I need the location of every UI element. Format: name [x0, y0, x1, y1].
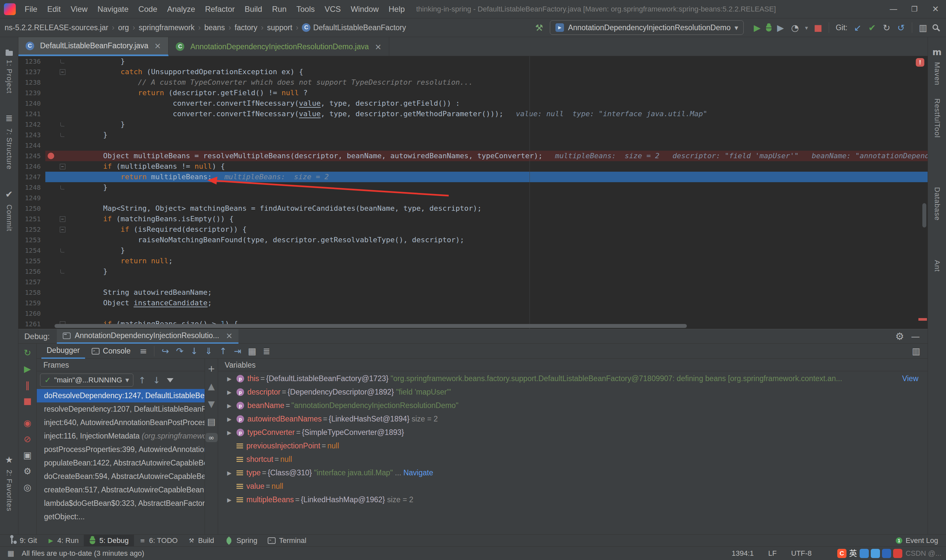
expand-arrow-icon[interactable]: ▶ — [225, 429, 233, 436]
breadcrumb-item-support[interactable]: support — [267, 23, 292, 32]
commit-icon[interactable]: ✔ — [866, 22, 878, 34]
menu-build[interactable]: Build — [240, 0, 267, 18]
menu-file[interactable]: File — [20, 0, 42, 18]
breadcrumb-item-defaultlistablebeanfactory[interactable]: DefaultListableBeanFactory — [313, 23, 406, 32]
expand-arrow-icon[interactable]: ▶ — [225, 389, 233, 395]
menu-analyze[interactable]: Analyze — [162, 0, 200, 18]
frame-row[interactable]: doResolveDependency:1247, DefaultListabl… — [37, 389, 205, 402]
show-execution-point-icon[interactable]: ↪ — [159, 345, 171, 357]
breakpoint-icon[interactable] — [48, 152, 54, 159]
mute-breakpoints-icon[interactable]: ⊘ — [22, 432, 34, 445]
toolbar-button-4-run[interactable]: ▶4: Run — [42, 535, 84, 546]
frame-row[interactable]: postProcessProperties:399, AutowiredAnno… — [37, 443, 205, 456]
debug-session-tab[interactable]: AnnotationDependencyInjectionResolutio..… — [57, 329, 239, 344]
stop-icon[interactable]: ■ — [22, 395, 34, 407]
pin-icon[interactable]: ◎ — [22, 481, 34, 493]
close-tab-icon[interactable]: × — [154, 41, 161, 51]
tool-stripe-1-project[interactable]: 1: Project — [5, 49, 14, 94]
breadcrumb-item-beans[interactable]: beans — [204, 23, 225, 32]
frame-row[interactable]: resolveDependency:1207, DefaultListableB… — [37, 402, 205, 416]
line-number[interactable]: 1253 — [18, 235, 45, 245]
search-everywhere-icon[interactable] — [932, 24, 938, 30]
line-number[interactable]: 1248 — [18, 182, 45, 193]
tool-stripe-ant[interactable]: Ant — [933, 260, 941, 272]
line-number[interactable]: 1246 — [18, 161, 45, 172]
toolbar-button-terminal[interactable]: Terminal — [262, 535, 311, 546]
scroll-down-icon[interactable]: ▼ — [205, 397, 218, 410]
build-hammer-icon[interactable]: ⚒ — [533, 22, 545, 34]
line-number[interactable]: 1259 — [18, 298, 45, 308]
watch-return-values-icon[interactable]: ∞ — [205, 433, 218, 442]
line-number[interactable]: 1250 — [18, 203, 45, 214]
close-window-icon[interactable] — [925, 0, 946, 18]
event-log-button[interactable]: Event Log — [906, 536, 938, 545]
tool-stripe-2-favorites[interactable]: ★2: Favorites — [3, 453, 15, 511]
breadcrumb-item-factory[interactable]: factory — [234, 23, 257, 32]
tool-stripe-maven[interactable]: mMaven — [931, 46, 943, 85]
line-number[interactable]: 1258 — [18, 287, 45, 298]
tool-window-switcher-icon[interactable]: ▦ — [5, 547, 17, 560]
stop-icon[interactable]: ■ — [812, 22, 824, 34]
line-number[interactable]: 1242 — [18, 119, 45, 130]
file-encoding[interactable]: UTF-8 — [791, 549, 812, 558]
fold-end-icon[interactable] — [60, 269, 65, 274]
fold-collapse-icon[interactable] — [60, 164, 65, 169]
step-into-icon[interactable]: ↓ — [188, 345, 200, 357]
line-number[interactable]: 1256 — [18, 266, 45, 277]
step-out-icon[interactable]: ↑ — [217, 345, 229, 357]
toolbar-button-9-git[interactable]: 9: Git — [3, 535, 42, 546]
more-options-icon[interactable]: ≡ — [137, 345, 149, 357]
variable-row-multiplebeans[interactable]: ▶multipleBeans={LinkedHashMap@1962} size… — [218, 493, 928, 506]
line-number[interactable]: 1257 — [18, 277, 45, 287]
fold-end-icon[interactable] — [60, 133, 65, 137]
variable-row-descriptor[interactable]: ▶pdescriptor={DependencyDescriptor@1892}… — [218, 385, 928, 399]
horizontal-scrollbar[interactable] — [54, 324, 687, 328]
force-step-into-icon[interactable]: ⇓ — [202, 345, 215, 357]
fold-end-icon[interactable] — [60, 185, 65, 189]
editor-tab-defaultlistablebeanfactory-java[interactable]: CDefaultListableBeanFactory.java× — [18, 37, 168, 56]
fold-collapse-icon[interactable] — [60, 216, 65, 222]
line-number[interactable]: 1247 — [18, 172, 45, 182]
line-number[interactable]: 1254 — [18, 245, 45, 256]
update-project-icon[interactable]: ↙ — [851, 22, 864, 34]
toolbar-button-6-todo[interactable]: ≡6: TODO — [134, 535, 183, 546]
menu-view[interactable]: View — [66, 0, 92, 18]
line-number[interactable]: 1239 — [18, 88, 45, 98]
line-number[interactable]: 1251 — [18, 214, 45, 224]
run-config-select[interactable]: AnnotationDependencyInjectionResolutionD… — [550, 20, 744, 35]
view-breakpoints-icon[interactable]: ◉ — [22, 417, 34, 429]
rollback-icon[interactable]: ↺ — [895, 22, 907, 34]
close-tab-icon[interactable]: × — [375, 42, 382, 52]
pause-program-icon[interactable]: ‖ — [22, 378, 34, 391]
variable-row-autowiredbeannames[interactable]: ▶pautowiredBeanNames={LinkedHashSet@1894… — [218, 412, 928, 426]
navigate-link[interactable]: Navigate — [404, 468, 433, 477]
tool-stripe-restfultool[interactable]: RestfulTool — [933, 98, 941, 138]
settings-gear-icon[interactable]: ⚙ — [894, 330, 906, 343]
frame-row[interactable]: populateBean:1422, AbstractAutowireCapab… — [37, 456, 205, 470]
fold-collapse-icon[interactable] — [60, 69, 65, 75]
debugger-settings-icon[interactable]: ⚙ — [22, 465, 34, 477]
profiler-icon[interactable]: ◔ — [789, 22, 801, 34]
expand-arrow-icon[interactable]: ▶ — [225, 402, 233, 409]
run-to-cursor-icon[interactable]: ⇥ — [231, 345, 244, 357]
layout-settings-icon[interactable]: ≣ — [260, 345, 273, 357]
expand-arrow-icon[interactable]: ▶ — [225, 416, 233, 423]
filter-frames-icon[interactable] — [167, 378, 173, 382]
prev-frame-icon[interactable]: ↑ — [136, 374, 148, 386]
fold-end-icon[interactable] — [60, 59, 65, 63]
run-icon[interactable]: ▶ — [751, 22, 763, 34]
close-icon[interactable]: × — [226, 331, 233, 340]
resume-program-icon[interactable]: ▶ — [22, 362, 34, 375]
tool-stripe-commit[interactable]: ✔Commit — [3, 188, 15, 231]
vertical-scrollbar[interactable] — [922, 203, 926, 228]
fold-collapse-icon[interactable] — [60, 227, 65, 232]
menu-refactor[interactable]: Refactor — [200, 0, 240, 18]
frame-row[interactable]: getObject:... — [37, 510, 205, 523]
fold-end-icon[interactable] — [60, 122, 65, 126]
tool-stripe-database[interactable]: Database — [933, 187, 941, 221]
menu-run[interactable]: Run — [267, 0, 291, 18]
frame-row[interactable]: createBean:517, AbstractAutowireCapableB… — [37, 483, 205, 497]
line-number[interactable]: 1249 — [18, 193, 45, 203]
line-number[interactable]: 1236 — [18, 56, 45, 67]
tool-stripe-7-structure[interactable]: ≣7: Structure — [3, 112, 15, 170]
